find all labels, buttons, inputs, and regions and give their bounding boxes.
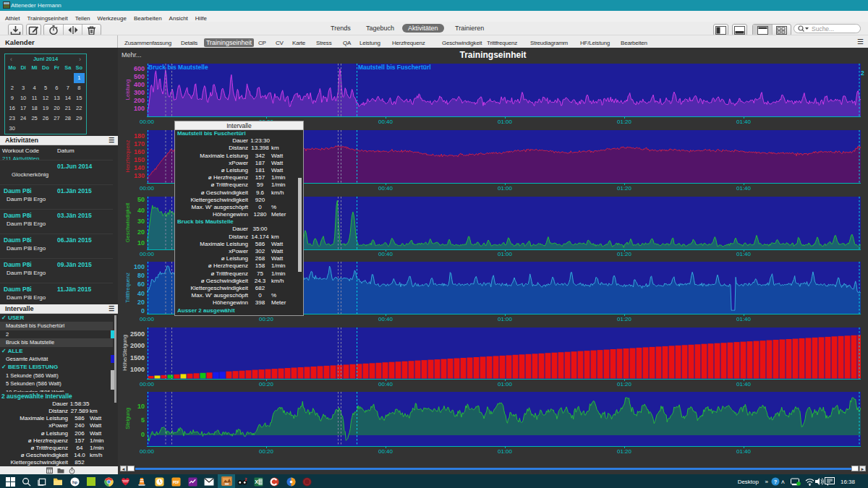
svg-text:2: 2 bbox=[244, 477, 247, 481]
svg-text:X: X bbox=[255, 479, 258, 485]
svg-text:?: ? bbox=[774, 479, 778, 485]
svg-text:PDF: PDF bbox=[172, 481, 179, 484]
svg-text:hp: hp bbox=[72, 479, 77, 484]
